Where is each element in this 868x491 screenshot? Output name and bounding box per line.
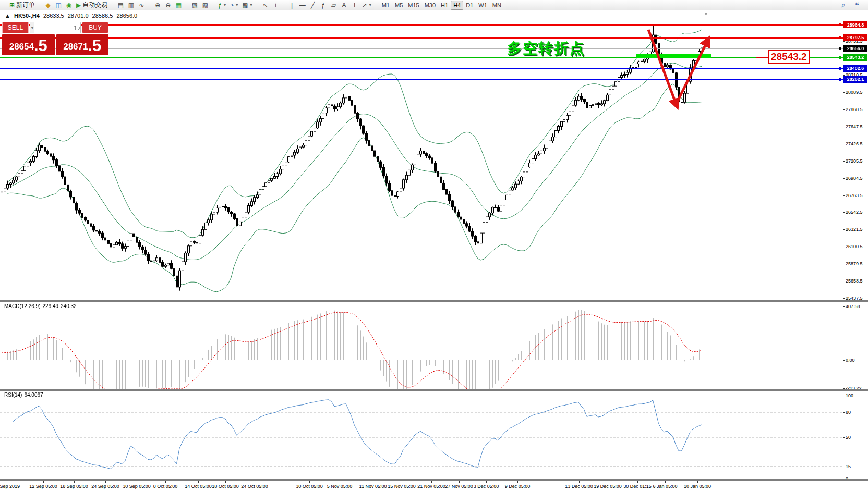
price-tick-label: 26542.5 (846, 210, 863, 215)
autotrading-button[interactable]: ▶自动交易 (74, 1, 110, 10)
toolbar-group: ▧▨ (184, 0, 210, 10)
buy-price-main: 28671 (63, 40, 88, 54)
zoom-out-button[interactable]: ⊖ (163, 1, 173, 10)
line-chart-icon: ∿ (139, 2, 144, 9)
autotrading-icon: ▶ (76, 2, 81, 9)
macd-tick-label: 407.58 (846, 304, 860, 309)
macd-canvas[interactable] (0, 302, 843, 390)
horizontal-line-button[interactable]: — (297, 1, 308, 10)
arrows-button[interactable]: ↗▾ (360, 1, 373, 10)
tile-windows-button[interactable]: ▦ (173, 1, 184, 10)
price-axis-separator (843, 19, 843, 480)
support-line-1[interactable] (0, 68, 843, 69)
channels-button[interactable]: ▱ (329, 1, 339, 10)
period-button-h4[interactable]: H4 (451, 1, 463, 10)
periods-button[interactable]: ◔▾ (228, 1, 240, 10)
panel-divider[interactable] (0, 479, 868, 481)
period-button-m30[interactable]: M30 (422, 1, 438, 10)
panel-divider[interactable] (0, 389, 868, 391)
period-button-h1[interactable]: H1 (438, 1, 451, 10)
current-price-line-handle[interactable] (839, 47, 841, 50)
sell-price[interactable]: 28654.5 (2, 34, 55, 55)
period-button-d1[interactable]: D1 (463, 1, 476, 10)
period-button-mn[interactable]: MN (490, 1, 504, 10)
resistance-line-2-handle[interactable] (839, 36, 841, 39)
arrange-charts-button[interactable]: ▧ (189, 1, 200, 10)
macd-name: MACD(12,26,9) (4, 303, 40, 309)
pivot-highlight-bar[interactable] (636, 54, 711, 58)
caption-high: 28701.0 (68, 13, 89, 19)
trendline-button[interactable]: ╱ (308, 1, 318, 10)
toolbar-group: ⊞新订单 (2, 0, 37, 10)
collapse-icon[interactable]: ▲ (5, 13, 10, 19)
price-level-tag[interactable]: 28543.2 (768, 50, 810, 64)
main-toolbar: ⊞新订单◆◫◉▶自动交易▤▥∿⊕⊖▦▧▨ƒ▾◔▾▩▾↖+|—╱ƒ▱AT↗▾ M1… (0, 0, 868, 10)
rsi-tick-label: 100 (846, 393, 853, 398)
price-chart-canvas[interactable] (0, 19, 843, 301)
rsi-canvas[interactable] (0, 391, 843, 480)
new-order-button[interactable]: ⊞新订单 (7, 1, 37, 10)
crosshair-button[interactable]: + (271, 1, 281, 10)
time-tick (517, 481, 518, 483)
text-button[interactable]: A (339, 1, 349, 10)
community-button[interactable]: ❝ (852, 1, 862, 10)
channels-icon: ▱ (331, 2, 336, 9)
price-tick-label: 27205.5 (846, 158, 863, 164)
time-tick-label: 21 Nov 05:00 (417, 484, 445, 489)
resistance-line-2[interactable] (0, 37, 843, 39)
cursor-button[interactable]: ↖ (260, 1, 271, 10)
dropdown-arrow-icon[interactable]: ▾ (224, 3, 226, 7)
market-watch-button[interactable]: ◆ (43, 1, 53, 10)
support-line-2-handle[interactable] (839, 78, 841, 81)
signals-button[interactable]: ◉ (64, 1, 74, 10)
support-line-1-handle[interactable] (839, 67, 841, 70)
search-button[interactable]: ⌕ (838, 1, 849, 10)
fibonacci-icon: ƒ (321, 2, 325, 9)
period-button-m5[interactable]: M5 (392, 1, 405, 10)
resistance-line-1[interactable] (0, 24, 843, 26)
panel-divider[interactable] (0, 300, 868, 302)
candlestick-chart-button[interactable]: ▥ (126, 1, 136, 10)
shift-chart-button[interactable]: ▨ (200, 1, 210, 10)
resistance-line-1-handle[interactable] (839, 23, 841, 26)
current-price-line[interactable] (0, 48, 843, 49)
pivot-line[interactable] (0, 57, 843, 58)
zoom-in-button[interactable]: ⊕ (152, 1, 163, 10)
vertical-line-button[interactable]: | (287, 1, 297, 10)
bar-chart-button[interactable]: ▤ (115, 1, 126, 10)
text-label-button[interactable]: T (349, 1, 360, 10)
sell-price-main: 28654 (9, 40, 34, 54)
annotation-text[interactable]: 多空转折点 (507, 39, 585, 58)
period-button-w1[interactable]: W1 (476, 1, 490, 10)
time-tick-label: 3 Dec 05:00 (474, 484, 499, 489)
dropdown-arrow-icon[interactable]: ▾ (250, 3, 252, 7)
rsi-label: RSI(14)64.0067 (4, 392, 45, 398)
period-button-m15[interactable]: M15 (405, 1, 421, 10)
pivot-line-handle[interactable] (839, 56, 841, 59)
dropdown-arrow-icon[interactable]: ▾ (236, 3, 238, 7)
toolbar-group: ↖+ (255, 0, 281, 10)
price-tick-label: 25658.5 (846, 278, 863, 284)
autotrading-button-label: 自动交易 (82, 1, 107, 9)
buy-price[interactable]: 28671.5 (56, 34, 109, 55)
period-button-m1[interactable]: M1 (379, 1, 392, 10)
time-tick-label: 30 Oct 05:00 (296, 484, 323, 489)
toolbar-group: ▤▥∿ (110, 0, 147, 10)
buy-button[interactable]: BUY (82, 22, 108, 33)
volume-decrease-button[interactable]: ▼ (30, 22, 34, 33)
data-window-icon: ◫ (55, 2, 61, 9)
time-axis[interactable]: 6 Sep 201912 Sep 05:0018 Sep 05:0024 Sep… (0, 481, 868, 491)
zoom-in-icon: ⊕ (155, 2, 160, 9)
dropdown-arrow-icon[interactable]: ▾ (369, 3, 371, 7)
indicators-button[interactable]: ƒ▾ (216, 1, 228, 10)
line-chart-button[interactable]: ∿ (136, 1, 147, 10)
caption-open: 28633.5 (43, 13, 64, 19)
support-line-2[interactable] (0, 79, 843, 80)
fibonacci-button[interactable]: ƒ (318, 1, 329, 10)
volume-input[interactable] (34, 22, 81, 33)
data-window-button[interactable]: ◫ (53, 1, 64, 10)
price-tick-label: 27647.5 (846, 124, 863, 129)
chart-shift-marker[interactable]: ▼ (704, 11, 708, 17)
templates-button[interactable]: ▩▾ (240, 1, 254, 10)
sell-button[interactable]: SELL (2, 22, 29, 33)
